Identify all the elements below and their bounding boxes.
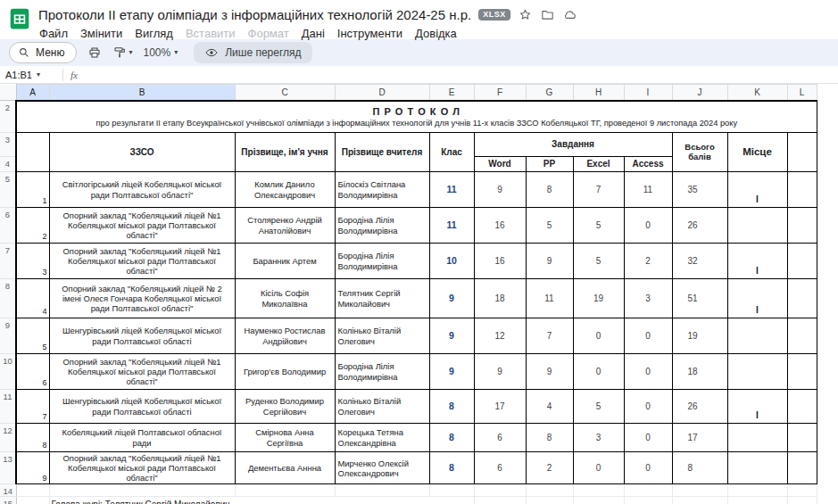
cell-excel-score[interactable]: 5	[573, 390, 624, 424]
row-header[interactable]: 3	[0, 133, 16, 157]
cell-word-score[interactable]: 18	[474, 279, 526, 318]
print-button[interactable]	[87, 45, 102, 60]
menu-data[interactable]: Дані	[295, 26, 331, 41]
cell-empty[interactable]	[787, 452, 817, 484]
header-tasks[interactable]: Завдання	[474, 133, 672, 157]
doc-title[interactable]: Протоколи II етапу олімпіади з інформаці…	[38, 7, 471, 22]
cell-place[interactable]	[727, 452, 787, 484]
cell-pp-score[interactable]: 9	[526, 354, 573, 390]
row-header[interactable]: 10	[0, 354, 16, 390]
cell-teacher[interactable]: Бородіна Лілія Володимирівна	[335, 354, 429, 390]
header-pp[interactable]: PP	[526, 157, 573, 172]
cell-empty[interactable]	[573, 484, 624, 497]
cell-number[interactable]: 6	[16, 354, 49, 390]
paint-format-button[interactable]: ▾	[112, 45, 132, 60]
cell-total[interactable]: 19	[672, 318, 727, 354]
cell-empty[interactable]	[787, 133, 817, 172]
cell-total[interactable]: 35	[672, 172, 727, 208]
cell-teacher[interactable]: Мирченко Олексій Олександрович	[335, 452, 429, 484]
view-mode-chip[interactable]: Лише перегляд	[194, 42, 311, 63]
header-grade[interactable]: Клас	[429, 133, 474, 172]
cell-excel-score[interactable]: 0	[573, 452, 624, 484]
sheets-logo-icon[interactable]	[8, 7, 31, 30]
cell-word-score[interactable]: 9	[474, 354, 526, 390]
cell-access-score[interactable]: 0	[624, 424, 672, 452]
cell-grade[interactable]: 9	[429, 318, 474, 354]
cell-excel-score[interactable]: 5	[573, 208, 624, 244]
cell-number[interactable]: 5	[16, 318, 49, 354]
cell-teacher[interactable]: Колінько Віталій Олегович	[335, 390, 429, 424]
cell-pp-score[interactable]: 11	[526, 279, 573, 318]
cell-word-score[interactable]: 17	[474, 390, 526, 424]
cell-access-score[interactable]: 0	[624, 354, 672, 390]
cell-number[interactable]: 3	[16, 244, 49, 279]
cell-total[interactable]: 17	[672, 424, 727, 452]
cell-empty[interactable]	[474, 497, 526, 504]
cell-word-score[interactable]: 6	[474, 424, 526, 452]
row-header[interactable]: 8	[0, 279, 16, 318]
cell-access-score[interactable]: 0	[624, 318, 672, 354]
cell-number[interactable]: 9	[16, 452, 49, 484]
header-student[interactable]: Прізвище, ім'я учня	[235, 133, 335, 172]
cell-empty[interactable]	[16, 497, 49, 504]
cell-student[interactable]: Столяренко Андрій Анатолійович	[235, 208, 335, 244]
cell-teacher[interactable]: Білоскіз Світлана Володимирівна	[335, 172, 429, 208]
menu-file[interactable]: Файл	[33, 26, 74, 41]
column-header-c[interactable]: C	[235, 85, 335, 101]
cell-grade[interactable]: 11	[429, 208, 474, 244]
cell-empty[interactable]	[235, 484, 335, 497]
cell-place[interactable]	[727, 424, 787, 452]
cell-word-score[interactable]: 16	[474, 244, 526, 279]
cell-empty[interactable]	[787, 318, 817, 354]
cell-teacher[interactable]: Телятник Сергій Миколайович	[335, 279, 429, 318]
row-header[interactable]: 15	[0, 497, 16, 504]
cell-student[interactable]: Смірнова Анна Сергіївна	[235, 424, 335, 452]
cell-student[interactable]: Кісіль Софія Миколаївна	[235, 279, 335, 318]
cell-place[interactable]: I	[727, 390, 787, 424]
select-all-corner[interactable]	[0, 85, 16, 101]
row-header[interactable]: 6	[0, 208, 16, 244]
cell-student[interactable]: Руденко Володимир Сергійович	[235, 390, 335, 424]
row-header[interactable]: 9	[0, 318, 16, 354]
cell-school[interactable]: Опорний заклад "Кобеляцький ліцей №1 Коб…	[49, 354, 235, 390]
cell-empty[interactable]	[526, 484, 573, 497]
menu-help[interactable]: Довідка	[409, 26, 463, 41]
cell-number[interactable]: 4	[16, 279, 49, 318]
cell-empty[interactable]	[727, 484, 787, 497]
cell-excel-score[interactable]: 3	[573, 424, 624, 452]
cell-empty[interactable]	[787, 354, 817, 390]
cell-number[interactable]: 1	[16, 172, 49, 208]
cell-number[interactable]: 8	[16, 424, 49, 452]
column-header-k[interactable]: K	[727, 85, 787, 101]
cell-place[interactable]	[727, 318, 787, 354]
cell-grade[interactable]: 11	[429, 172, 474, 208]
header-excel[interactable]: Excel	[573, 157, 624, 172]
cell-empty[interactable]	[16, 484, 49, 497]
cell-total[interactable]: 26	[672, 208, 727, 244]
cloud-status-icon[interactable]	[562, 7, 577, 22]
cell-empty[interactable]	[787, 172, 817, 208]
cell-pp-score[interactable]: 5	[526, 208, 573, 244]
cell-empty[interactable]	[429, 484, 474, 497]
header-teacher[interactable]: Прізвище вчителя	[335, 133, 429, 172]
cell-access-score[interactable]: 2	[624, 244, 672, 279]
cell-access-score[interactable]: 3	[624, 279, 672, 318]
cell-access-score[interactable]: 0	[624, 390, 672, 424]
menu-edit[interactable]: Змінити	[74, 26, 129, 41]
cell-total[interactable]: 8	[672, 452, 727, 484]
cell-empty[interactable]	[787, 484, 817, 497]
cell-school[interactable]: Шенгурівський ліцей Кобеляцької міської …	[49, 318, 235, 354]
column-header-e[interactable]: E	[429, 85, 474, 101]
cell-student[interactable]: Дементьєва Аннна	[235, 452, 335, 484]
header-access[interactable]: Access	[624, 157, 672, 172]
footer-note[interactable]: Голова журі: Телятник Сергій Миколайович	[49, 497, 474, 504]
cell-pp-score[interactable]: 7	[526, 318, 573, 354]
cell-excel-score[interactable]: 19	[573, 279, 624, 318]
cell-excel-score[interactable]: 7	[573, 172, 624, 208]
row-header[interactable]: 4	[0, 157, 16, 172]
cell-empty[interactable]	[16, 133, 49, 172]
cell-student[interactable]: Григор'єв Володимир	[235, 354, 335, 390]
column-header-g[interactable]: G	[526, 85, 573, 101]
cell-student[interactable]: Науменко Ростислав Андрійович	[235, 318, 335, 354]
cell-teacher[interactable]: Бородіна Лілія Володимирівна	[335, 244, 429, 279]
